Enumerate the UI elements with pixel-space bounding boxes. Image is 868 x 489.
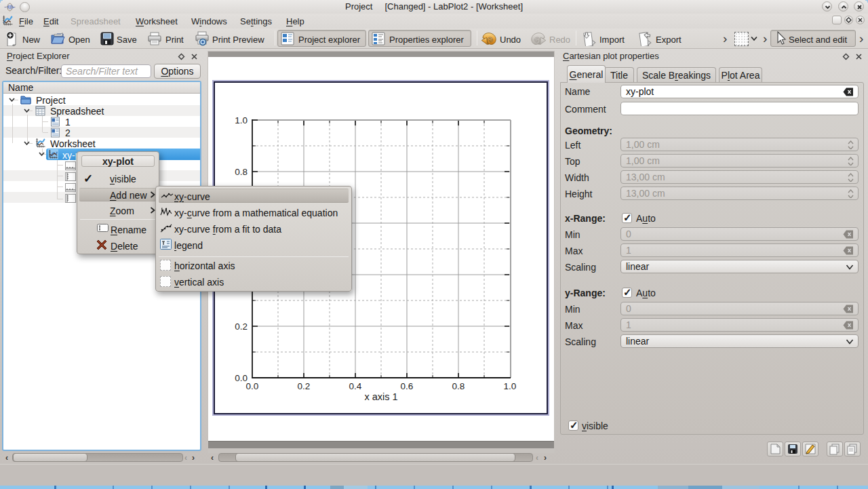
svg-text:0.8: 0.8: [452, 381, 465, 391]
svg-text:0.4: 0.4: [349, 381, 362, 391]
svg-text:x axis 1: x axis 1: [364, 391, 397, 402]
svg-text:0.8: 0.8: [235, 167, 248, 177]
svg-text:0.2: 0.2: [235, 321, 248, 332]
svg-text:1.0: 1.0: [235, 115, 248, 125]
svg-text:0.6: 0.6: [401, 381, 414, 391]
svg-text:1.0: 1.0: [504, 381, 517, 391]
svg-text:0.0: 0.0: [246, 381, 259, 391]
svg-text:0.2: 0.2: [298, 381, 311, 391]
